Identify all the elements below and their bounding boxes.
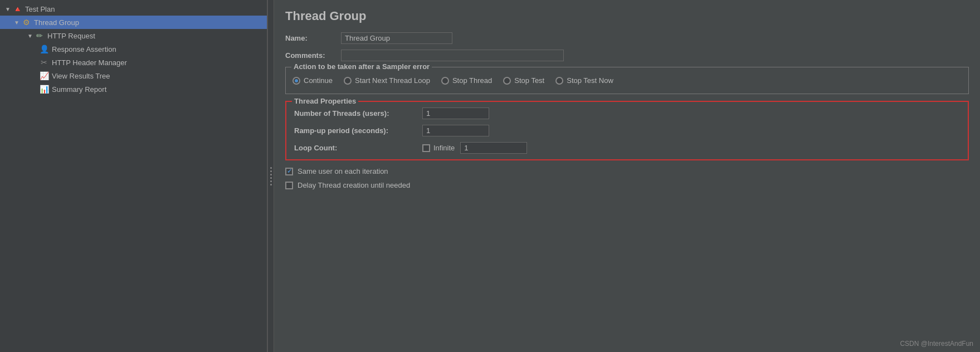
toggle-results-tree (31, 72, 38, 79)
sidebar-item-http-header-manager[interactable]: ✂ HTTP Header Manager (0, 56, 267, 69)
radio-stop-test-circle[interactable] (503, 77, 511, 85)
comments-input[interactable] (341, 50, 564, 61)
name-row: Name: (285, 32, 969, 44)
thread-properties-title: Thread Properties (292, 97, 358, 105)
delay-thread-label: Delay Thread creation until needed (298, 181, 410, 189)
summary-report-icon: 📊 (39, 84, 49, 94)
action-group-title: Action to be taken after a Sampler error (291, 62, 432, 71)
same-user-row: Same user on each iteration (285, 167, 969, 175)
comments-label: Comments: (285, 51, 341, 60)
sidebar-divider[interactable] (267, 0, 274, 352)
watermark: CSDN @InterestAndFun (900, 340, 973, 348)
infinite-checkbox[interactable] (422, 144, 430, 152)
name-label: Name: (285, 34, 341, 42)
header-manager-label: HTTP Header Manager (52, 58, 127, 67)
radio-stop-test-label: Stop Test (514, 76, 544, 85)
thread-properties-box: Thread Properties Number of Threads (use… (285, 101, 969, 160)
summary-report-label: Summary Report (52, 85, 106, 94)
comments-row: Comments: (285, 50, 969, 61)
divider-dot-1 (270, 167, 272, 169)
num-threads-input[interactable] (422, 107, 489, 119)
action-radio-group: Continue Start Next Thread Loop Stop Thr… (292, 72, 962, 89)
delay-thread-row: Delay Thread creation until needed (285, 181, 969, 189)
sidebar-item-thread-group[interactable]: ▼ ⚙ Thread Group (0, 16, 267, 29)
name-input[interactable] (341, 32, 452, 44)
infinite-label: Infinite (433, 144, 455, 152)
divider-dot-4 (270, 177, 272, 179)
radio-stop-test-now-circle[interactable] (555, 77, 563, 85)
num-threads-label: Number of Threads (users): (294, 109, 422, 118)
sidebar-item-summary-report[interactable]: 📊 Summary Report (0, 82, 267, 96)
toggle-summary-report (31, 86, 38, 92)
num-threads-row: Number of Threads (users): (294, 107, 960, 119)
sidebar-item-view-results-tree[interactable]: 📈 View Results Tree (0, 69, 267, 82)
radio-stop-thread-circle[interactable] (441, 77, 449, 85)
radio-continue-circle[interactable] (292, 77, 300, 85)
rampup-label: Ramp-up period (seconds): (294, 126, 422, 135)
toggle-response-assertion (31, 46, 38, 52)
sidebar-item-http-request[interactable]: ▼ ✏ HTTP Request (0, 29, 267, 42)
radio-continue[interactable]: Continue (292, 76, 333, 85)
loop-count-input[interactable] (460, 142, 527, 154)
test-plan-label: Test Plan (25, 5, 55, 13)
response-assertion-icon: 👤 (39, 44, 49, 54)
divider-dot-3 (270, 174, 272, 175)
divider-dot-6 (270, 184, 272, 185)
radio-start-next-circle[interactable] (344, 77, 352, 85)
rampup-row: Ramp-up period (seconds): (294, 125, 960, 136)
toggle-http-request[interactable]: ▼ (27, 32, 33, 39)
sidebar-item-test-plan[interactable]: ▼ 🔺 Test Plan (0, 2, 267, 16)
radio-start-next[interactable]: Start Next Thread Loop (344, 76, 430, 85)
http-request-icon: ✏ (35, 31, 45, 41)
radio-stop-test-now-label: Stop Test Now (567, 76, 613, 85)
toggle-header-manager (31, 59, 38, 66)
divider-dot-2 (270, 170, 272, 172)
results-tree-icon: 📈 (39, 71, 49, 81)
results-tree-label: View Results Tree (52, 72, 110, 80)
divider-dot-5 (270, 180, 272, 182)
sidebar-item-response-assertion[interactable]: 👤 Response Assertion (0, 42, 267, 56)
http-request-label: HTTP Request (47, 32, 95, 40)
action-group-box: Action to be taken after a Sampler error… (285, 67, 969, 94)
toggle-test-plan[interactable]: ▼ (4, 6, 11, 12)
radio-stop-test[interactable]: Stop Test (503, 76, 544, 85)
thread-group-icon: ⚙ (21, 17, 31, 27)
radio-stop-thread[interactable]: Stop Thread (441, 76, 492, 85)
response-assertion-label: Response Assertion (52, 45, 116, 53)
thread-group-label: Thread Group (34, 18, 79, 27)
sidebar: ▼ 🔺 Test Plan ▼ ⚙ Thread Group ▼ ✏ HTTP … (0, 0, 267, 352)
loop-count-row: Loop Count: Infinite (294, 142, 960, 154)
rampup-input[interactable] (422, 125, 489, 136)
test-plan-icon: 🔺 (12, 4, 22, 14)
same-user-checkbox[interactable] (285, 168, 293, 175)
loop-count-label: Loop Count: (294, 144, 422, 152)
page-title: Thread Group (285, 9, 969, 23)
same-user-label: Same user on each iteration (298, 167, 388, 175)
radio-stop-thread-label: Stop Thread (452, 76, 492, 85)
toggle-thread-group[interactable]: ▼ (13, 19, 20, 26)
header-manager-icon: ✂ (39, 57, 49, 67)
radio-start-next-label: Start Next Thread Loop (355, 76, 430, 85)
delay-thread-checkbox[interactable] (285, 182, 293, 189)
main-content: Thread Group Name: Comments: Action to b… (274, 0, 980, 352)
radio-continue-label: Continue (304, 76, 333, 85)
radio-stop-test-now[interactable]: Stop Test Now (555, 76, 613, 85)
